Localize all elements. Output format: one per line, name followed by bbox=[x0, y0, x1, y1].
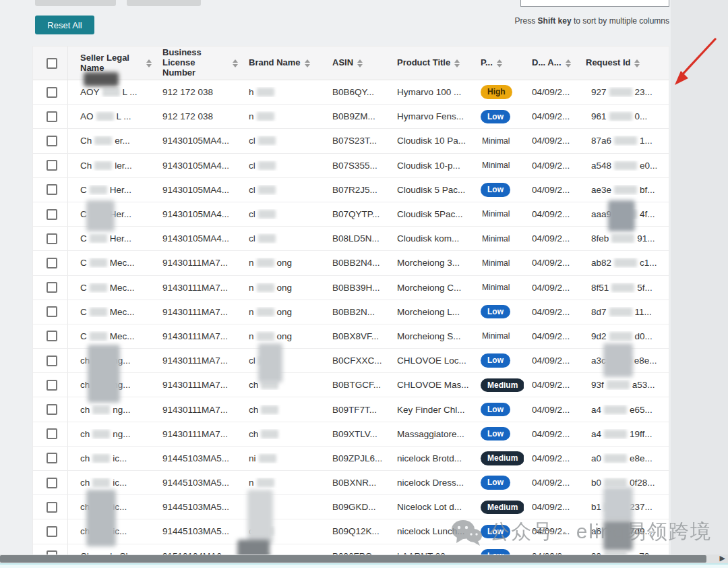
redacted-text-blur bbox=[258, 210, 276, 219]
column-header-label: P... bbox=[481, 58, 493, 68]
row-checkbox-cell bbox=[33, 105, 68, 128]
cell-business-license-number: 91430111MA7... bbox=[154, 380, 241, 390]
cell-text-fragment: 93f bbox=[591, 380, 604, 390]
cell-date-assigned: 04/09/2... bbox=[524, 87, 578, 97]
cell-request-id: 87a61... bbox=[578, 136, 669, 146]
row-checkbox[interactable] bbox=[47, 233, 57, 244]
filter-dropdown-stub-1[interactable] bbox=[35, 0, 116, 6]
cell-product-title: Cloudisk 10-p... bbox=[389, 161, 473, 171]
column-header-label: Business License Number bbox=[162, 48, 229, 78]
reset-all-button[interactable]: Reset All bbox=[35, 16, 94, 34]
row-checkbox[interactable] bbox=[47, 306, 57, 317]
row-checkbox[interactable] bbox=[47, 453, 57, 463]
table-row: Chler...91430105MA4...clB07S355...Cloudi… bbox=[33, 154, 669, 178]
sort-icon[interactable] bbox=[146, 59, 152, 67]
sort-icon[interactable] bbox=[497, 59, 502, 67]
cell-seller-legal-name: CHer... bbox=[68, 233, 154, 244]
row-checkbox[interactable] bbox=[47, 526, 57, 537]
sort-icon[interactable] bbox=[305, 59, 310, 67]
redacted-text-blur bbox=[90, 308, 107, 316]
table-row: chng...91430111MA7...clB0CFXXC...CHLOVOE… bbox=[33, 349, 669, 373]
cell-product-title: Hymarvo Fens... bbox=[389, 111, 473, 121]
cell-text-fragment: ong bbox=[277, 283, 293, 293]
row-checkbox[interactable] bbox=[47, 209, 57, 220]
row-checkbox[interactable] bbox=[47, 136, 57, 146]
table-row: Cher...91430105MA4...clB07S23T...Cloudis… bbox=[33, 129, 669, 153]
redacted-text-blur bbox=[611, 283, 634, 292]
sort-icon[interactable] bbox=[454, 59, 460, 67]
table-header-row: Seller Legal NameBusiness License Number… bbox=[33, 47, 669, 80]
redacted-text-blur bbox=[92, 405, 110, 414]
cell-priority: Medium bbox=[473, 451, 524, 465]
cell-text-fragment: cl bbox=[249, 233, 255, 244]
row-checkbox[interactable] bbox=[47, 380, 57, 391]
row-checkbox[interactable] bbox=[47, 331, 57, 341]
priority-badge: Low bbox=[481, 110, 510, 123]
cell-text-fragment: 961 bbox=[591, 111, 607, 121]
cell-request-id: a0e8e... bbox=[578, 453, 669, 463]
cell-business-license-number: 912 172 038 bbox=[154, 87, 241, 97]
redacted-text-blur bbox=[257, 283, 274, 292]
column-header-d-a[interactable]: D... A... bbox=[524, 58, 578, 68]
row-checkbox[interactable] bbox=[47, 87, 57, 98]
cell-text-fragment: a0 bbox=[591, 453, 601, 463]
search-input-stub[interactable] bbox=[520, 0, 669, 7]
row-checkbox[interactable] bbox=[47, 160, 57, 171]
column-header-product-title[interactable]: Product Title bbox=[389, 58, 473, 68]
priority-badge: Medium bbox=[481, 378, 524, 392]
cell-request-id: 8f515f... bbox=[578, 283, 669, 293]
scrollbar-right-arrow-icon[interactable]: ▶ bbox=[720, 554, 725, 563]
column-header-asin[interactable]: ASIN bbox=[324, 58, 389, 68]
select-all-cell bbox=[33, 47, 68, 80]
sort-icon[interactable] bbox=[233, 59, 238, 67]
cell-business-license-number: 91430105MA4... bbox=[154, 161, 241, 171]
column-header-brand-name[interactable]: Brand Name bbox=[241, 58, 324, 68]
sort-icon[interactable] bbox=[634, 59, 640, 67]
scrollbar-thumb[interactable] bbox=[0, 555, 706, 563]
cell-text-fragment: a6 bbox=[591, 526, 601, 536]
column-header-seller-legal-name[interactable]: Seller Legal Name bbox=[68, 53, 154, 74]
cell-text-fragment: 9d2 bbox=[591, 331, 607, 341]
cell-text-fragment: 5f... bbox=[637, 283, 653, 293]
cell-text-fragment: e65... bbox=[630, 405, 653, 415]
horizontal-scrollbar[interactable]: ▶ bbox=[0, 555, 728, 563]
sort-icon[interactable] bbox=[357, 59, 363, 67]
cell-priority: Medium bbox=[473, 378, 524, 392]
filter-dropdown-stub-2[interactable] bbox=[127, 0, 201, 6]
redacted-text-blur bbox=[94, 161, 112, 170]
row-checkbox[interactable] bbox=[47, 111, 57, 122]
cell-brand-name: h bbox=[241, 87, 324, 97]
column-header-request-id[interactable]: Request Id bbox=[578, 58, 669, 68]
sort-icon[interactable] bbox=[566, 59, 571, 67]
priority-badge: Low bbox=[481, 476, 510, 489]
cell-brand-name: nong bbox=[241, 307, 324, 317]
row-checkbox[interactable] bbox=[47, 502, 57, 513]
sort-up-arrow-icon bbox=[454, 59, 460, 63]
column-header-business-license-number[interactable]: Business License Number bbox=[154, 48, 241, 78]
row-checkbox[interactable] bbox=[47, 404, 57, 415]
select-all-checkbox[interactable] bbox=[47, 58, 57, 69]
cell-text-fragment: 7d9... bbox=[630, 526, 653, 536]
row-checkbox-cell bbox=[33, 519, 68, 543]
table-row: chng...91430111MA7...chB09TF7T...Key Fin… bbox=[33, 397, 669, 422]
cell-text-fragment: b1 bbox=[591, 502, 601, 512]
redacted-text-blur bbox=[90, 332, 107, 341]
row-checkbox[interactable] bbox=[47, 258, 57, 268]
cell-text-fragment: L ... bbox=[117, 111, 131, 121]
cell-brand-name: ch bbox=[241, 429, 324, 439]
row-checkbox[interactable] bbox=[47, 282, 57, 293]
cell-text-fragment: 11... bbox=[635, 307, 652, 317]
row-checkbox[interactable] bbox=[47, 478, 57, 488]
column-header-label: D... A... bbox=[532, 58, 562, 68]
column-header-p[interactable]: P... bbox=[473, 58, 524, 68]
redacted-text-blur bbox=[609, 356, 632, 365]
cell-request-id: b1237... bbox=[578, 502, 669, 512]
row-checkbox[interactable] bbox=[47, 356, 57, 366]
cell-seller-legal-name: CMec... bbox=[68, 307, 154, 317]
row-checkbox[interactable] bbox=[47, 428, 57, 439]
row-checkbox[interactable] bbox=[47, 184, 57, 195]
cell-product-title: CHLOVOE Loc... bbox=[389, 356, 473, 366]
cell-text-fragment: n bbox=[249, 111, 254, 121]
cell-text-fragment: 8d7 bbox=[591, 307, 607, 317]
priority-badge: Minimal bbox=[481, 134, 511, 148]
